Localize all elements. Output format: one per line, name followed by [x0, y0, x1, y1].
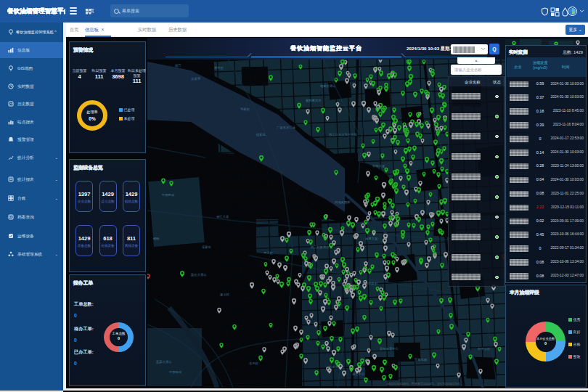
svg-text:唐家庄: 唐家庄	[202, 245, 212, 249]
svg-text:GS(2023)3268号 - 甲测资字1100471 -: GS(2023)3268号 - 甲测资字1100471 - 京ICP证03017…	[387, 382, 460, 385]
svg-text:中国电信: 中国电信	[169, 370, 182, 374]
svg-text:毛家村: 毛家村	[240, 107, 250, 112]
svg-text:铜钱: 铜钱	[152, 237, 160, 240]
svg-text:棕家龙: 棕家龙	[256, 133, 266, 136]
svg-text:富民体育中心: 富民体育中心	[380, 346, 399, 351]
svg-text:宝泰花园: 宝泰花园	[415, 358, 427, 362]
svg-text:新莞大酒店: 新莞大酒店	[156, 360, 172, 364]
svg-text:新区大酒店: 新区大酒店	[191, 273, 207, 277]
svg-text:紫荆鹭部州: 紫荆鹭部州	[306, 99, 321, 102]
svg-text:水道洲: 水道洲	[191, 77, 200, 81]
svg-text:香汇大道: 香汇大道	[216, 215, 229, 219]
svg-text:中国移动: 中国移动	[162, 193, 174, 197]
svg-text:西江口木文化艺术馆: 西江口木文化艺术馆	[329, 133, 357, 136]
svg-text:和平小区: 和平小区	[478, 347, 491, 351]
